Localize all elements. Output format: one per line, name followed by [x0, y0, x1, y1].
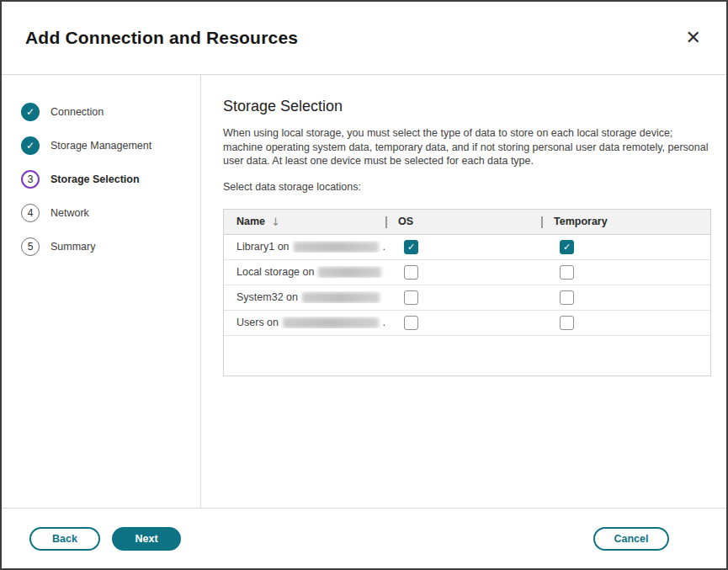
column-header-os: OS	[385, 210, 541, 234]
table-row: Local storage on	[224, 260, 710, 285]
page-title: Storage Selection	[223, 98, 711, 115]
column-label: Temporary	[554, 216, 608, 227]
step-complete-check-icon	[21, 136, 40, 155]
os-checkbox[interactable]	[404, 240, 418, 254]
column-header-name[interactable]: Name ↓	[224, 210, 385, 234]
sort-descending-icon: ↓	[271, 216, 280, 228]
temporary-checkbox[interactable]	[560, 316, 574, 330]
temporary-cell	[541, 240, 710, 254]
close-icon[interactable]: ✕	[684, 27, 703, 49]
storage-name-text: Users on	[236, 317, 279, 328]
column-header-temporary: Temporary	[541, 210, 710, 234]
sidebar-step-storage-selection[interactable]: 3 Storage Selection	[21, 162, 200, 196]
table-empty-area	[224, 336, 710, 376]
redacted-host-name	[302, 292, 380, 303]
dialog-title: Add Connection and Resources	[25, 28, 298, 48]
step-label: Storage Selection	[50, 173, 140, 185]
storage-name: Users on .	[224, 317, 385, 328]
temporary-checkbox[interactable]	[560, 240, 574, 254]
step-number-icon: 5	[21, 237, 40, 256]
os-checkbox[interactable]	[404, 316, 418, 330]
column-separator	[385, 216, 387, 228]
table-header-row: Name ↓ OS Temporary	[224, 210, 710, 235]
column-separator	[541, 216, 543, 228]
column-label: OS	[398, 216, 413, 227]
os-cell	[385, 316, 541, 330]
step-number-icon: 3	[21, 170, 40, 189]
os-cell	[385, 265, 541, 280]
table-row: Users on .	[224, 311, 710, 336]
redacted-host-name	[294, 242, 379, 253]
table-row: System32 on	[224, 285, 710, 311]
back-button[interactable]: Back	[29, 527, 100, 551]
storage-locations-table: Name ↓ OS Temporary Library1 on	[223, 209, 711, 376]
wizard-steps-sidebar: Connection Storage Management 3 Storage …	[2, 75, 201, 508]
column-label: Name	[236, 216, 265, 227]
storage-name-text: Local storage on	[236, 266, 314, 278]
temporary-cell	[541, 265, 710, 280]
os-cell	[385, 290, 541, 305]
temporary-checkbox[interactable]	[560, 290, 574, 305]
os-checkbox[interactable]	[404, 265, 418, 280]
table-row: Library1 on .	[224, 235, 710, 260]
step-number-icon: 4	[21, 204, 40, 222]
step-label: Summary	[50, 241, 95, 253]
main-content: Storage Selection When using local stora…	[201, 75, 728, 508]
storage-name: Library1 on .	[224, 241, 385, 253]
step-label: Connection	[50, 106, 104, 118]
description-text: When using local storage, you must selec…	[223, 126, 711, 168]
redacted-host-name	[318, 267, 381, 278]
storage-name: Local storage on	[224, 266, 385, 278]
temporary-checkbox[interactable]	[560, 265, 574, 280]
sidebar-step-network: 4 Network	[21, 196, 200, 230]
dialog-header: Add Connection and Resources ✕	[2, 2, 726, 75]
add-connection-and-resources-dialog: Add Connection and Resources ✕ Connectio…	[0, 0, 728, 570]
temporary-cell	[541, 290, 710, 305]
sidebar-step-connection[interactable]: Connection	[21, 95, 200, 129]
next-button[interactable]: Next	[112, 527, 181, 551]
dialog-footer: Back Next Cancel	[2, 508, 726, 568]
storage-name: System32 on	[224, 291, 385, 303]
redacted-host-name	[283, 317, 378, 328]
sidebar-step-storage-management[interactable]: Storage Management	[21, 129, 200, 162]
select-locations-label: Select data storage locations:	[223, 181, 711, 193]
os-cell	[385, 240, 541, 254]
cancel-button[interactable]: Cancel	[593, 527, 669, 551]
step-label: Network	[50, 207, 89, 219]
dialog-body: Connection Storage Management 3 Storage …	[2, 75, 726, 508]
temporary-cell	[541, 316, 710, 330]
os-checkbox[interactable]	[404, 290, 418, 305]
storage-name-text: System32 on	[236, 291, 298, 303]
step-complete-check-icon	[21, 103, 40, 121]
sidebar-step-summary: 5 Summary	[21, 230, 200, 264]
storage-name-text: Library1 on	[236, 241, 290, 253]
step-label: Storage Management	[50, 140, 151, 152]
